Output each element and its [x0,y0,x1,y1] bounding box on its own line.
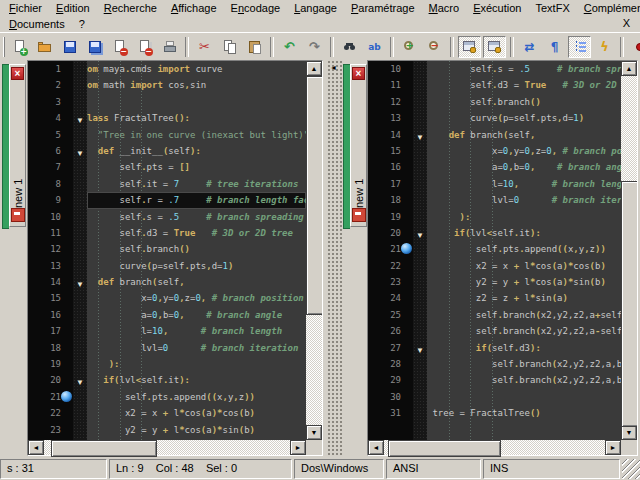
scrollbar-thumb[interactable] [306,76,322,315]
line-number[interactable]: 16 [368,159,413,175]
code-token[interactable]: self [87,392,147,402]
toolbar-grip[interactable] [3,37,5,57]
code-token[interactable] [427,130,449,140]
code-token[interactable]: p=self [152,261,185,271]
code-token[interactable]: x= [87,293,152,303]
line-number[interactable]: 18 [368,192,413,208]
fold-cell[interactable] [413,290,427,306]
code-token[interactable]: .7 [168,195,179,205]
code-token[interactable] [87,359,109,369]
code-token[interactable]: branch [519,375,552,385]
code-token[interactable]: l [168,408,179,418]
code-token[interactable]: .5 [519,64,530,74]
line-number[interactable]: 25 [368,307,413,323]
code-token[interactable]: import [157,64,190,74]
scrollbar-track[interactable] [306,76,322,425]
line-number[interactable]: 5 [28,127,73,143]
code-token[interactable]: (( [557,244,568,254]
menu-item-macro[interactable]: Macro [422,1,467,15]
code-token[interactable]: self [427,359,514,369]
scroll-left-button[interactable]: ◄ [28,440,44,455]
line-number[interactable]: 16 [28,307,73,323]
line-number[interactable]: 13 [28,258,73,274]
code-token[interactable]: pts [541,113,557,123]
fold-cell[interactable]: ▼ [413,127,427,143]
code-token[interactable]: self [168,146,190,156]
code-token[interactable]: self [87,179,141,189]
fold-cell[interactable]: ▼ [73,143,87,159]
code-token[interactable]: y2 = y [87,425,163,435]
code-token[interactable]: True [525,80,547,90]
scrollbar-track[interactable] [621,76,637,425]
macro-record-button[interactable] [628,36,640,58]
code-line[interactable]: self.d3 = True # 3D or 2D tree [87,225,306,241]
code-token[interactable]: )* [563,261,574,271]
code-line[interactable] [427,389,621,405]
horizontal-scrollbar[interactable]: ◄ ► [28,440,322,455]
code-line-current[interactable]: self.r = .7 # branch length factor [87,192,306,208]
fold-cell[interactable] [73,209,87,225]
fold-collapse-icon[interactable]: ▼ [416,346,424,355]
show-all-characters-button[interactable] [543,36,566,58]
code-token[interactable]: [] [179,162,190,172]
code-line[interactable]: lvl=0 # branch iteration [427,192,621,208]
code-token[interactable]: l= [427,179,503,189]
code-token[interactable] [87,277,98,287]
code-token[interactable]: d3 [519,343,530,353]
line-number[interactable]: 7 [28,159,73,175]
code-token[interactable]: import [130,80,163,90]
code-token[interactable]: self [492,343,514,353]
code-token[interactable]: ): [179,375,190,385]
code-line[interactable]: y2 = y + l*cos(a)*sin(b) [427,274,621,290]
code-token[interactable]: b= [514,162,525,172]
code-token[interactable]: , [530,130,535,140]
code-token[interactable]: 10 [503,179,514,189]
fold-cell[interactable] [413,389,427,405]
fold-cell[interactable] [73,159,87,175]
menu-item-fichier[interactable]: Fichier [2,1,49,15]
code-token[interactable]: it = [147,179,174,189]
code-token[interactable]: sin [573,277,589,287]
left-tab-new-1[interactable]: × new 1 [2,64,26,227]
code-token[interactable]: x2,y2,z2,a [541,326,595,336]
code-line[interactable]: tree = FractalTree() [427,405,621,421]
code-token[interactable]: self [600,326,621,336]
fold-cell[interactable]: ▼ [413,340,427,356]
code-token[interactable]: lvl= [427,195,514,205]
line-number[interactable]: 15 [28,290,73,306]
code-token[interactable]: # branch position [557,146,621,156]
code-token[interactable]: y= [514,146,525,156]
menu-item-recherche[interactable]: Recherche [97,1,164,15]
code-token[interactable]: ): [530,343,541,353]
code-token[interactable]: ): [460,212,471,222]
close-file-button[interactable] [108,36,131,58]
code-token[interactable]: l [519,261,530,271]
code-token[interactable]: ) [600,261,605,271]
fold-cell[interactable] [413,274,427,290]
new-file-button[interactable] [8,36,31,58]
code-token[interactable]: pts [152,392,168,402]
scroll-up-button[interactable]: ▲ [621,61,637,76]
save-all-button[interactable] [83,36,106,58]
menu-item-edition[interactable]: Edition [49,1,97,15]
code-token[interactable]: self [427,326,497,336]
code-token[interactable]: (( [206,392,217,402]
code-token[interactable]: cos [185,408,201,418]
code-token[interactable] [87,146,98,156]
code-token[interactable]: lvl [120,375,136,385]
line-number[interactable]: 15 [368,143,413,159]
code-area[interactable]: self.s = .5 # branch spreading self.d3 =… [427,61,621,440]
code-token[interactable]: ) [563,293,568,303]
fold-margin[interactable]: ▼▼▼▼ [73,61,87,440]
code-token[interactable]: self [492,228,514,238]
fold-cell[interactable] [413,372,427,388]
find-button[interactable] [338,36,361,58]
line-number[interactable]: 18 [28,340,73,356]
code-token[interactable]: pts [190,261,206,271]
sync-vertical-scroll-button[interactable] [458,36,481,58]
code-token[interactable]: curve [427,113,497,123]
code-line[interactable]: ): [87,356,306,372]
code-token[interactable]: cos [163,80,185,90]
line-number[interactable]: 23 [28,422,73,438]
code-token[interactable]: .5 [168,212,179,222]
